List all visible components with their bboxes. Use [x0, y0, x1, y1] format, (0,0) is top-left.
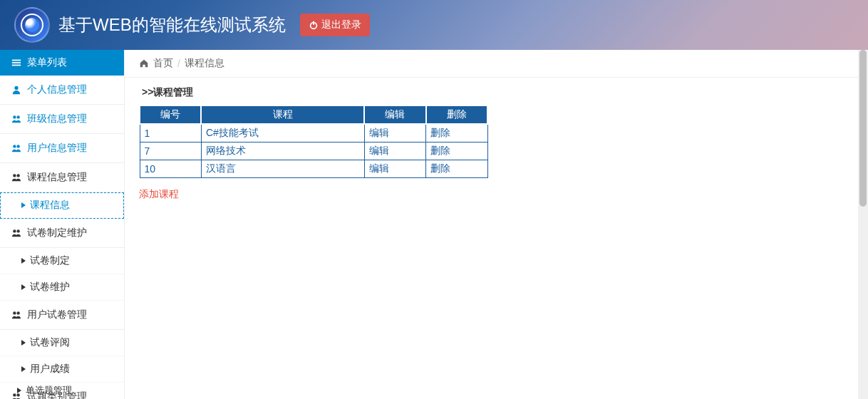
sidebar-sub-review[interactable]: 试卷评阅: [0, 330, 124, 356]
sidebar-sub-label: 用户成绩: [30, 363, 70, 375]
svg-point-13: [16, 229, 19, 232]
col-header-course: 课程: [201, 105, 364, 124]
stack-icon: [11, 228, 21, 238]
sidebar-sub-label: 试卷制定: [30, 254, 70, 267]
sidebar-sub-paper-make[interactable]: 试卷制定: [0, 248, 124, 274]
sidebar-sub-paper-maint[interactable]: 试卷维护: [0, 274, 124, 301]
svg-point-12: [13, 229, 16, 232]
caret-icon: [21, 340, 26, 346]
app-logo: [14, 7, 50, 43]
sidebar-sub-label: 试卷维护: [30, 281, 70, 294]
table-row: 1 C#技能考试 编辑 删除: [140, 124, 487, 142]
cell-course: 汉语言: [201, 160, 364, 178]
svg-point-5: [14, 86, 18, 90]
scrollbar[interactable]: [858, 50, 868, 399]
course-table: 编号 课程 编辑 删除 1 C#技能考试 编辑 删除 7 网络技术 编辑 删除: [139, 105, 488, 178]
svg-point-6: [13, 115, 16, 118]
delete-link[interactable]: 删除: [430, 162, 450, 174]
caret-icon: [21, 202, 26, 208]
caret-icon: [21, 258, 26, 264]
svg-point-14: [13, 311, 16, 314]
svg-rect-3: [12, 62, 21, 63]
svg-rect-2: [12, 60, 21, 61]
sidebar-item-personal[interactable]: 个人信息管理: [0, 76, 124, 105]
users-icon: [11, 114, 21, 124]
sidebar-item-user[interactable]: 用户信息管理: [0, 134, 124, 163]
app-header: 基于WEB的智能在线测试系统 退出登录: [0, 0, 868, 50]
cell-course: C#技能考试: [201, 124, 364, 142]
svg-point-16: [13, 393, 16, 396]
logout-button[interactable]: 退出登录: [300, 14, 370, 36]
sidebar-sub-label: 试卷评阅: [30, 336, 70, 349]
add-course-link[interactable]: 添加课程: [139, 188, 179, 201]
sidebar-item-label: 个人信息管理: [27, 83, 87, 96]
table-header-row: 编号 课程 编辑 删除: [140, 105, 487, 124]
sidebar-sub-label: 课程信息: [30, 199, 70, 212]
col-header-edit: 编辑: [364, 105, 425, 124]
cell-course: 网络技术: [201, 142, 364, 160]
sidebar-item-label: 用户试卷管理: [27, 309, 87, 321]
col-header-del: 删除: [426, 105, 487, 124]
delete-link[interactable]: 删除: [430, 145, 450, 156]
breadcrumb-current: 课程信息: [185, 57, 224, 70]
caret-icon: [21, 366, 26, 372]
edit-link[interactable]: 编辑: [369, 127, 389, 138]
sidebar-item-label: 课程信息管理: [27, 171, 87, 184]
caret-icon: [17, 388, 21, 393]
sidebar-item-label: 班级信息管理: [27, 113, 87, 125]
breadcrumb-separator: /: [177, 58, 180, 69]
app-title: 基于WEB的智能在线测试系统: [58, 14, 286, 36]
home-icon: [139, 58, 149, 68]
svg-point-9: [16, 145, 19, 147]
stack-icon: [11, 172, 21, 182]
svg-point-10: [13, 174, 16, 177]
sidebar-header: 菜单列表: [0, 50, 124, 76]
user-icon: [11, 85, 21, 95]
svg-rect-4: [12, 65, 21, 66]
content-area: 首页 / 课程信息 >>课程管理 编号 课程 编辑 删除 1 C#技能考试 编辑: [125, 50, 868, 399]
sidebar: 菜单列表 个人信息管理 班级信息管理 用户信息管理: [0, 50, 125, 399]
sidebar-item-label: 用户信息管理: [27, 142, 87, 155]
power-icon: [309, 20, 319, 30]
breadcrumb: 首页 / 课程信息: [125, 50, 868, 78]
delete-link[interactable]: 删除: [430, 127, 450, 138]
table-row: 7 网络技术 编辑 删除: [140, 142, 487, 160]
cell-id: 1: [140, 124, 201, 142]
sidebar-sub-course-info[interactable]: 课程信息: [0, 192, 124, 219]
sidebar-item-course[interactable]: 课程信息管理: [0, 163, 124, 192]
logout-label: 退出登录: [321, 19, 361, 31]
sidebar-item-user-paper[interactable]: 用户试卷管理: [0, 301, 124, 330]
scrollbar-thumb[interactable]: [859, 50, 867, 207]
stack-icon: [11, 310, 21, 320]
sidebar-sub-single-choice[interactable]: 单选题管理: [17, 382, 72, 399]
breadcrumb-home[interactable]: 首页: [153, 57, 173, 70]
cell-id: 10: [140, 160, 201, 178]
caret-icon: [21, 284, 26, 290]
edit-link[interactable]: 编辑: [369, 145, 389, 156]
svg-point-15: [16, 311, 19, 314]
section-title: >>课程管理: [125, 78, 868, 105]
users-icon: [11, 143, 21, 153]
svg-point-8: [13, 145, 16, 147]
col-header-id: 编号: [140, 105, 201, 124]
cell-id: 7: [140, 142, 201, 160]
sidebar-item-paper-maint[interactable]: 试卷制定维护: [0, 219, 124, 248]
sidebar-item-label: 试卷制定维护: [27, 227, 87, 239]
svg-point-7: [16, 115, 19, 118]
edit-link[interactable]: 编辑: [369, 162, 389, 174]
svg-point-11: [16, 174, 19, 177]
sidebar-sub-label: 单选题管理: [26, 384, 72, 397]
list-icon: [11, 58, 21, 68]
sidebar-header-label: 菜单列表: [27, 56, 67, 69]
sidebar-sub-score[interactable]: 用户成绩: [0, 356, 124, 383]
sidebar-item-class[interactable]: 班级信息管理: [0, 105, 124, 134]
table-row: 10 汉语言 编辑 删除: [140, 160, 487, 178]
